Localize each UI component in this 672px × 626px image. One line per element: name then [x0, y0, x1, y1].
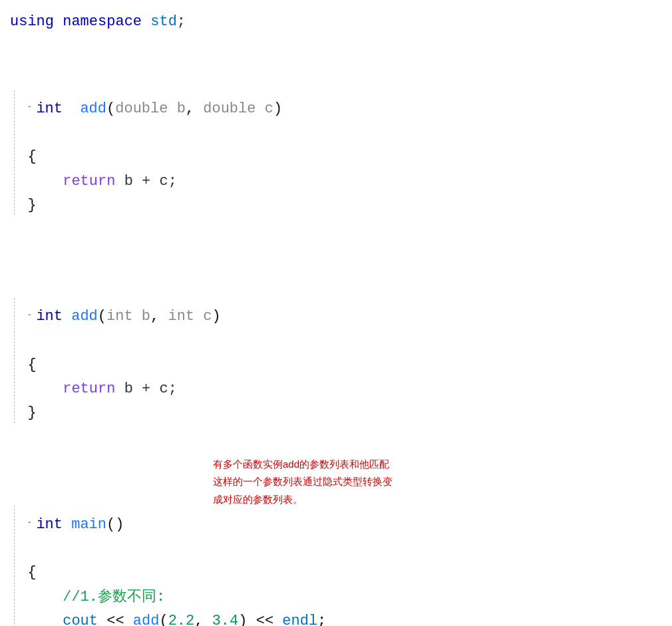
main-block: ⁃int main() { //1.参数不同: cout << add(2.2,…	[10, 488, 662, 626]
fold-marker-1[interactable]: ⁃	[27, 100, 35, 114]
fold-marker-2[interactable]: ⁃	[27, 309, 35, 323]
fold-marker-3[interactable]: ⁃	[27, 516, 35, 530]
using-line: using namespace std;	[10, 13, 186, 30]
func1-block: ⁃int add(double b, double c) { return b …	[10, 73, 662, 218]
func2-block: ⁃int add(int b, int c) { return b + c; }	[10, 281, 662, 426]
code-area: using namespace std; ⁃int add(double b, …	[0, 0, 672, 626]
tooltip-box: 有多个函数实例add的参数列表和他匹配 这样的一个参数列表通过隐式类型转换变 成…	[213, 456, 393, 508]
